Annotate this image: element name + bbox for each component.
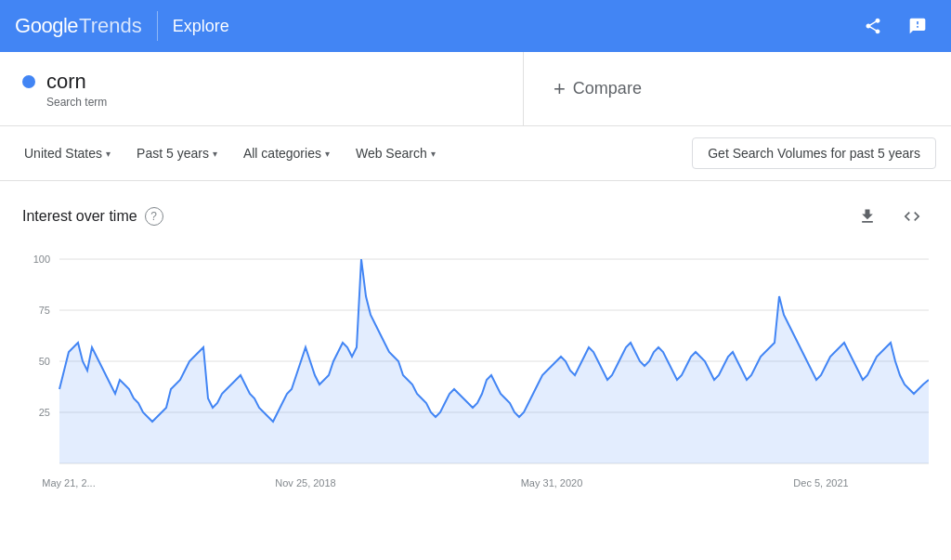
x-label-may2017: May 21, 2... [42,477,95,488]
x-label-may2020: May 31, 2020 [521,477,583,488]
search-area: corn Search term + Compare [0,52,951,126]
search-type-chevron-icon: ▾ [431,149,436,159]
interest-chart: 100 75 50 25 May 21, 2... Nov 25, 2018 M… [22,241,929,501]
compare-box[interactable]: + Compare [524,52,951,125]
embed-icon [903,207,921,226]
filters-bar: United States ▾ Past 5 years ▾ All categ… [0,126,951,181]
term-color-dot [22,75,35,88]
x-label-nov2018: Nov 25, 2018 [275,477,335,488]
download-icon [858,207,877,226]
google-wordmark: Google [15,14,78,38]
section-header: Interest over time ? [22,200,929,233]
time-range-filter[interactable]: Past 5 years ▾ [127,140,227,166]
header-actions [854,7,936,45]
section-title: Interest over time [22,208,137,225]
search-term-box: corn Search term [0,52,524,125]
get-volumes-button[interactable]: Get Search Volumes for past 5 years [692,137,936,169]
header-divider [157,11,158,41]
location-chevron-icon: ▾ [106,149,111,159]
time-range-chevron-icon: ▾ [213,149,217,159]
y-label-25: 25 [39,407,50,418]
search-term-header: corn [22,70,501,94]
logo: Google Trends [15,14,142,38]
location-label: United States [24,146,102,161]
search-term-type: Search term [46,96,501,109]
trends-wordmark: Trends [79,14,142,38]
y-label-50: 50 [39,356,50,367]
category-label: All categories [243,146,321,161]
page-title: Explore [173,17,854,36]
feedback-button[interactable] [899,7,936,45]
compare-plus-icon: + [554,77,566,101]
y-label-75: 75 [39,305,50,316]
feedback-icon [908,17,927,35]
share-button[interactable] [854,7,892,45]
embed-button[interactable] [895,200,929,233]
app-header: Google Trends Explore [0,0,951,52]
x-label-dec2021: Dec 5, 2021 [793,477,848,488]
time-range-label: Past 5 years [137,146,209,161]
download-button[interactable] [851,200,884,233]
search-type-filter[interactable]: Web Search ▾ [346,140,445,166]
section-title-group: Interest over time ? [22,207,163,226]
main-content: Interest over time ? 1 [0,181,951,501]
help-icon[interactable]: ? [145,207,163,226]
search-type-label: Web Search [356,146,427,161]
location-filter[interactable]: United States ▾ [15,140,120,166]
category-filter[interactable]: All categories ▾ [234,140,339,166]
section-actions [851,200,929,233]
search-term-label: corn [46,70,86,94]
y-label-100: 100 [33,254,50,265]
category-chevron-icon: ▾ [325,149,330,159]
share-icon [864,17,882,35]
chart-container: 100 75 50 25 May 21, 2... Nov 25, 2018 M… [22,241,929,501]
compare-label: Compare [573,79,642,98]
